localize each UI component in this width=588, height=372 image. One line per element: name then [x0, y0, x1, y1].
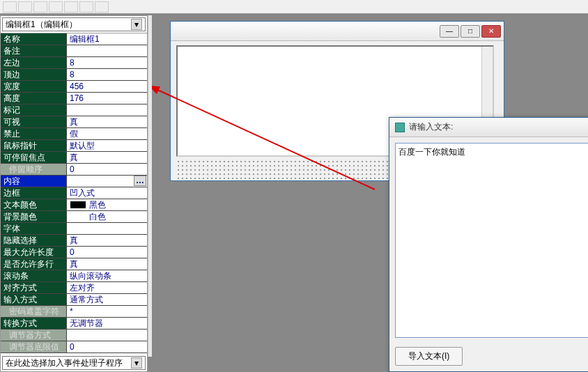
property-label: 调节器底限值 [1, 341, 67, 352]
property-panel: 编辑框1（编辑框） ▾ 名称编辑框1备注左边8顶边8宽度456高度176标记可视… [0, 15, 148, 372]
property-label: 鼠标指针 [1, 140, 67, 151]
property-label: 可停留焦点 [1, 152, 67, 163]
property-row[interactable]: 调节器底限值0 [1, 341, 147, 353]
property-row[interactable]: 输入方式通常方式 [1, 294, 147, 306]
property-value[interactable]: 纵向滚动条 [67, 270, 147, 281]
text-input-area[interactable] [395, 143, 588, 338]
property-value[interactable] [67, 104, 147, 116]
close-button[interactable]: ✕ [481, 25, 501, 38]
property-label: 转换方式 [1, 318, 67, 329]
property-value[interactable]: 8 [67, 69, 147, 80]
property-row[interactable]: 是否允许多行真 [1, 258, 147, 270]
event-handler-dropdown[interactable]: 在此处选择加入事件处理子程序 ▾ [2, 356, 146, 370]
property-label: 宽度 [1, 81, 67, 92]
toolbar-button[interactable] [64, 1, 78, 13]
property-row[interactable]: 对齐方式左对齐 [1, 282, 147, 294]
color-swatch [70, 201, 86, 209]
property-row[interactable]: 禁止假 [1, 128, 147, 140]
property-value[interactable]: 真 [67, 258, 147, 270]
import-text-button[interactable]: 导入文本(I) [395, 347, 463, 366]
toolbar-button[interactable] [79, 1, 93, 13]
property-row[interactable]: 密码遮盖字符* [1, 306, 147, 318]
toolbar-button[interactable] [49, 1, 63, 13]
object-selector-dropdown[interactable]: 编辑框1（编辑框） ▾ [2, 17, 146, 31]
property-row[interactable]: 最大允许长度0 [1, 247, 147, 258]
dialog-icon [395, 123, 405, 132]
property-row[interactable]: 隐藏选择真 [1, 235, 147, 247]
property-label: 背景颜色 [1, 211, 67, 222]
property-value[interactable]: 通常方式 [67, 294, 147, 305]
property-row[interactable]: 名称编辑框1 [1, 33, 147, 45]
property-value[interactable]: 176 [67, 93, 147, 104]
property-row[interactable]: 内容… [1, 176, 147, 187]
property-value[interactable]: 假 [67, 128, 147, 139]
property-value[interactable]: 456 [67, 81, 147, 92]
chevron-down-icon: ▾ [131, 19, 142, 30]
property-value[interactable] [67, 223, 147, 234]
text-input-dialog: 请输入文本: — □ ✕ 导入文本(I) 确定 取消 [389, 117, 588, 372]
property-label: 字体 [1, 223, 67, 234]
maximize-button[interactable]: □ [461, 25, 480, 38]
color-swatch [70, 212, 86, 221]
property-label: 标记 [1, 104, 67, 116]
property-row[interactable]: 鼠标指针默认型 [1, 140, 147, 152]
property-row[interactable]: 背景颜色白色 [1, 211, 147, 223]
property-value[interactable]: 真 [67, 116, 147, 127]
property-row[interactable]: 可停留焦点真 [1, 152, 147, 164]
property-value[interactable]: 凹入式 [67, 187, 147, 199]
property-value[interactable] [67, 330, 147, 341]
property-row[interactable]: 文本颜色黑色 [1, 199, 147, 211]
property-value[interactable]: 黑色 [67, 199, 147, 210]
dialog-titlebar[interactable]: 请输入文本: — □ ✕ [389, 118, 588, 137]
property-row[interactable]: 滚动条纵向滚动条 [1, 270, 147, 282]
property-row[interactable]: 左边8 [1, 57, 147, 69]
ellipsis-button[interactable]: … [134, 176, 146, 186]
property-value[interactable]: 默认型 [67, 140, 147, 151]
property-row[interactable]: 调节器方式 [1, 330, 147, 341]
chevron-down-icon: ▾ [131, 357, 142, 369]
property-label: 高度 [1, 93, 67, 104]
property-row[interactable]: 高度176 [1, 93, 147, 104]
property-value[interactable]: 真 [67, 235, 147, 246]
toolbar-button[interactable] [18, 1, 32, 13]
property-label: 名称 [1, 33, 67, 45]
property-row[interactable]: 可视真 [1, 116, 147, 128]
property-label: 文本颜色 [1, 199, 67, 210]
property-value[interactable]: 真 [67, 152, 147, 163]
toolbar-button[interactable] [95, 1, 109, 13]
property-label: 左边 [1, 57, 67, 68]
property-label: 边框 [1, 187, 67, 199]
property-value[interactable]: … [67, 176, 147, 187]
property-label: 对齐方式 [1, 282, 67, 293]
property-value[interactable] [67, 45, 147, 56]
toolbar-button[interactable] [33, 1, 47, 13]
form-titlebar: — □ ✕ [171, 22, 504, 41]
property-label: 密码遮盖字符 [1, 306, 67, 317]
property-row[interactable]: 停留顺序0 [1, 164, 147, 176]
property-row[interactable]: 转换方式无调节器 [1, 318, 147, 330]
property-value[interactable]: 0 [67, 247, 147, 258]
property-value[interactable]: 0 [67, 341, 147, 352]
property-row[interactable]: 备注 [1, 45, 147, 57]
property-row[interactable]: 字体 [1, 223, 147, 235]
property-label: 停留顺序 [1, 164, 67, 175]
property-value[interactable]: 8 [67, 57, 147, 68]
property-row[interactable]: 边框凹入式 [1, 187, 147, 199]
property-label: 滚动条 [1, 270, 67, 281]
property-label: 输入方式 [1, 294, 67, 305]
property-value[interactable]: 左对齐 [67, 282, 147, 293]
property-row[interactable]: 顶边8 [1, 69, 147, 81]
property-label: 顶边 [1, 69, 67, 80]
property-row[interactable]: 标记 [1, 104, 147, 116]
property-value[interactable]: 无调节器 [67, 318, 147, 329]
property-row[interactable]: 宽度456 [1, 81, 147, 93]
property-value[interactable]: 编辑框1 [67, 33, 147, 45]
property-label: 最大允许长度 [1, 247, 67, 258]
property-value[interactable]: * [67, 306, 147, 317]
property-label: 是否允许多行 [1, 258, 67, 270]
property-value[interactable]: 白色 [67, 211, 147, 222]
minimize-button[interactable]: — [440, 25, 459, 38]
toolbar-button[interactable] [3, 1, 17, 13]
property-value[interactable]: 0 [67, 164, 147, 175]
property-grid: 名称编辑框1备注左边8顶边8宽度456高度176标记可视真禁止假鼠标指针默认型可… [1, 33, 147, 353]
